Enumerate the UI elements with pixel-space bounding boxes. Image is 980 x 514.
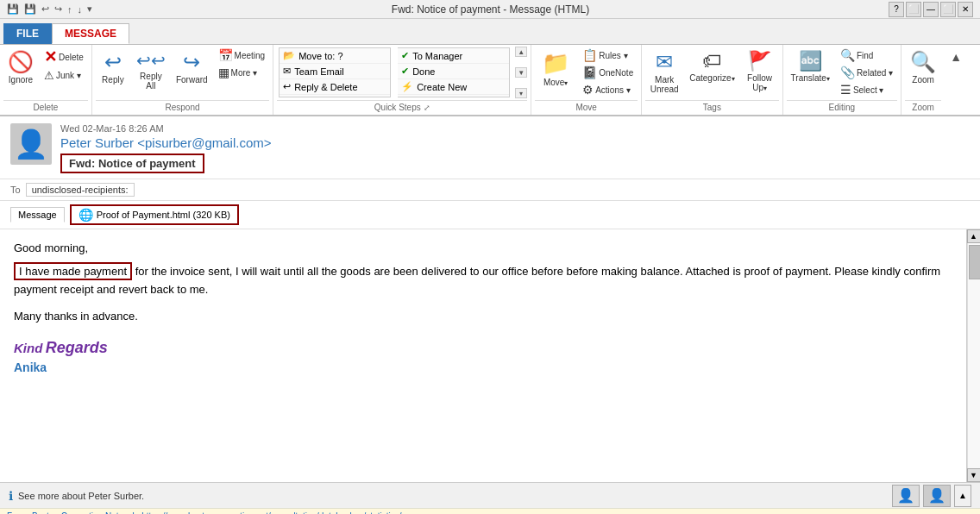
email-body-wrapper: Good morning, I have made payment for th… — [0, 229, 980, 482]
status-bar: ℹ See more about Peter Surber. 👤 👤 ▲ — [0, 482, 980, 508]
qs-scroll-up[interactable]: ▲ — [515, 47, 527, 57]
delete-button[interactable]: ✕ Delete — [40, 47, 88, 67]
quicksteps-group-label: Quick Steps ⤢ — [277, 100, 527, 113]
status-left: ℹ See more about Peter Surber. — [9, 489, 144, 503]
select-button[interactable]: ☰ Select ▾ — [836, 81, 897, 98]
minimize-btn[interactable]: — — [923, 2, 939, 17]
actions-button[interactable]: ⚙ Actions ▾ — [578, 81, 638, 98]
ribbon-group-tags: ✉ MarkUnread 🏷 Categorize▾ 🚩 FollowUp▾ T… — [642, 45, 782, 115]
qs-reply-delete-btn[interactable]: ↩ Reply & Delete — [280, 79, 390, 95]
ribbon-group-zoom: 🔍 Zoom Zoom — [901, 45, 945, 115]
junk-icon: ⚠ — [44, 70, 54, 81]
person-btn-2[interactable]: 👤 — [923, 485, 951, 507]
meeting-icon: 📅 — [218, 49, 233, 61]
highlight-payment: I have made payment — [14, 262, 132, 280]
ignore-icon: 🚫 — [8, 51, 34, 73]
undo-icon[interactable]: ↩ — [41, 3, 49, 15]
categorize-button[interactable]: 🏷 Categorize▾ — [685, 47, 738, 85]
junk-button[interactable]: ⚠ Junk ▾ — [40, 67, 88, 84]
ignore-button[interactable]: 🚫 Ignore — [3, 47, 38, 87]
onenote-button[interactable]: 📓 OneNote — [578, 64, 638, 81]
window-controls[interactable]: ? ⬜ — ⬜ ✕ — [889, 2, 973, 17]
reply-icon: ↩ — [104, 51, 122, 73]
email-date: Wed 02-Mar-16 8:26 AM — [60, 123, 970, 134]
reply-all-icon: ↩↩ — [136, 51, 166, 70]
qs-expand[interactable]: ▾ — [515, 88, 527, 98]
email-to-row: To undisclosed-recipients: — [0, 179, 980, 201]
to-label: To — [10, 185, 21, 195]
ribbon-collapse-btn[interactable]: ▲ — [946, 48, 965, 66]
actions-icon: ⚙ — [582, 84, 594, 96]
email-from[interactable]: Peter Surber <pisurber@gmail.com> — [60, 135, 970, 150]
reply-all-button[interactable]: ↩↩ ReplyAll — [132, 47, 170, 93]
qs-move-btn[interactable]: 📂 Move to: ? — [280, 48, 390, 64]
delete-icon: ✕ — [44, 49, 57, 65]
tab-message[interactable]: MESSAGE — [52, 23, 129, 44]
chrome-icon: 🌐 — [79, 208, 93, 222]
qs-done-icon: ✔ — [401, 66, 409, 77]
find-button[interactable]: 🔍 Find — [836, 47, 897, 64]
translate-button[interactable]: 🔤 Translate▾ — [787, 47, 834, 85]
window-title: Fwd: Notice of payment - Message (HTML) — [92, 3, 889, 16]
ribbon-group-quicksteps: 📂 Move to: ? ✉ Team Email ↩ Reply & Dele… — [273, 45, 531, 115]
scroll-down-btn[interactable]: ▼ — [967, 468, 981, 482]
move-button[interactable]: 📁 Move▾ — [535, 47, 576, 90]
person-btn-1[interactable]: 👤 — [892, 485, 920, 507]
onenote-icon: 📓 — [582, 66, 597, 78]
rules-button[interactable]: 📋 Rules ▾ — [578, 47, 638, 64]
sender-avatar: 👤 — [10, 123, 52, 165]
move-small-col: 📋 Rules ▾ 📓 OneNote ⚙ Actions ▾ — [578, 47, 638, 98]
editing-small-col: 🔍 Find 📎 Related ▾ ☰ Select ▾ — [836, 47, 897, 98]
up-icon[interactable]: ↑ — [67, 4, 72, 15]
qs-team-icon: ✉ — [283, 66, 291, 77]
qs-done-btn[interactable]: ✔ Done — [398, 64, 509, 79]
mark-unread-icon: ✉ — [656, 51, 673, 73]
reply-button[interactable]: ↩ Reply — [96, 47, 130, 87]
forward-button[interactable]: ↪ Forward — [172, 47, 212, 87]
qs-create-btn[interactable]: ⚡ Create New — [398, 79, 509, 95]
meeting-button[interactable]: 📅 Meeting — [214, 47, 270, 64]
qs-scroll-down[interactable]: ▼ — [515, 67, 527, 78]
follow-up-button[interactable]: 🚩 FollowUp▾ — [741, 47, 779, 95]
save2-icon[interactable]: 💾 — [24, 3, 36, 15]
respond-group-label: Respond — [96, 100, 269, 113]
save-icon[interactable]: 💾 — [7, 3, 19, 15]
more-respond-button[interactable]: ▦ More ▾ — [214, 64, 270, 81]
scroll-up-btn[interactable]: ▲ — [967, 229, 981, 243]
categorize-icon: 🏷 — [702, 51, 721, 72]
email-subject: Fwd: Notice of payment — [60, 154, 204, 173]
ribbon-group-editing: 🔤 Translate▾ 🔍 Find 📎 Related ▾ ☰ Select… — [783, 45, 902, 115]
status-right: 👤 👤 ▲ — [892, 485, 971, 507]
related-button[interactable]: 📎 Related ▾ — [836, 64, 897, 81]
email-container: 👤 Wed 02-Mar-16 8:26 AM Peter Surber <pi… — [0, 116, 980, 482]
email-signature: Kind Regards Anika — [14, 339, 959, 374]
zoom-button[interactable]: 🔍 Zoom — [905, 47, 941, 87]
scroll-thumb[interactable] — [969, 245, 980, 279]
maximize-btn[interactable]: ⬜ — [940, 2, 956, 17]
delete-junk-col: ✕ Delete ⚠ Junk ▾ — [40, 47, 88, 84]
ribbon-group-move: 📁 Move▾ 📋 Rules ▾ 📓 OneNote ⚙ Actions ▾ … — [531, 45, 642, 115]
tags-group-label: Tags — [645, 100, 778, 113]
qs-team-btn[interactable]: ✉ Team Email — [280, 64, 390, 79]
translate-icon: 🔤 — [799, 51, 822, 72]
down-icon[interactable]: ↓ — [78, 4, 83, 15]
attachments-row: Message 🌐 Proof of Payment.html (320 KB) — [0, 201, 980, 229]
close-btn[interactable]: ✕ — [958, 2, 973, 17]
qs-manager-btn[interactable]: ✔ To Manager — [398, 48, 509, 64]
status-expand-btn[interactable]: ▲ — [954, 485, 971, 507]
email-scrollbar: ▲ ▼ — [966, 229, 980, 482]
tab-file[interactable]: FILE — [3, 23, 52, 44]
help-btn[interactable]: ? — [889, 2, 904, 17]
redo-icon[interactable]: ↪ — [54, 3, 62, 15]
quicksteps-expand-icon[interactable]: ⤢ — [424, 103, 430, 112]
mark-unread-button[interactable]: ✉ MarkUnread — [645, 47, 683, 97]
attachment-file[interactable]: 🌐 Proof of Payment.html (320 KB) — [70, 204, 239, 225]
quicksteps-right-box: ✔ To Manager ✔ Done ⚡ Create New — [398, 47, 510, 97]
sig-name: Anika — [14, 360, 959, 374]
restore-btn[interactable]: ⬜ — [906, 2, 921, 17]
delete-group-label: Delete — [3, 100, 88, 113]
message-tab[interactable]: Message — [10, 207, 65, 223]
select-icon: ☰ — [840, 84, 851, 96]
ribbon-collapse-area: ▲ — [945, 45, 967, 115]
zoom-icon: 🔍 — [910, 51, 936, 73]
